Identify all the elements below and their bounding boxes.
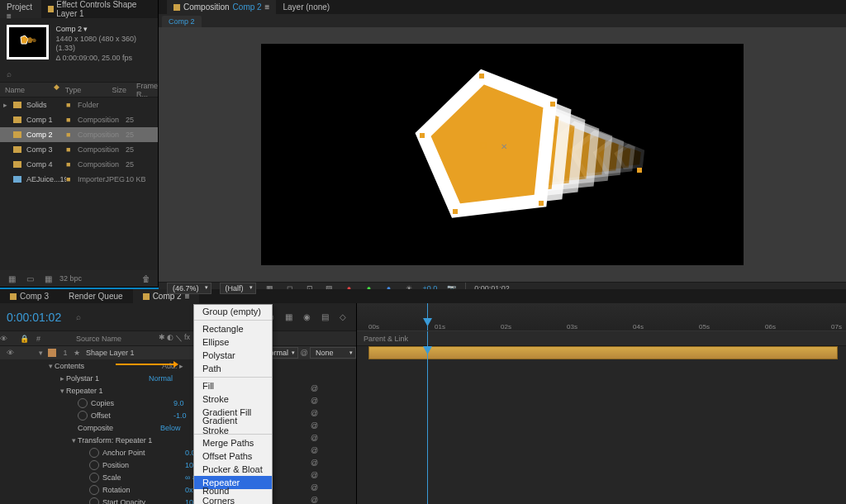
prop-polystar-1[interactable]: ▸Polystar 1Normal [0,372,356,384]
project-item-comp-4[interactable]: Comp 4■Composition25 [0,157,158,172]
col-source-name[interactable]: Source Name [59,335,159,343]
prop-start-opacity[interactable]: Start Opacity100.0% [0,496,356,504]
ruler-tick: 02s [501,323,511,330]
prop-value[interactable]: Below [160,424,181,432]
svg-rect-14 [453,209,458,214]
timecode[interactable]: 0:00:01:02 [7,311,61,324]
tab-project[interactable]: Project ≡ [0,0,41,18]
prop-transform--repeater-1[interactable]: ▾Transform: Repeater 1 [0,434,356,446]
stopwatch-icon[interactable] [89,460,99,470]
tag-icon[interactable]: ◇ [336,311,349,324]
layer-name[interactable]: Shape Layer 1 [83,349,209,357]
expression-link-icon[interactable]: @ [311,421,318,430]
project-footer: ▦ ▭ ▦ 32 bpc 🗑 [0,270,158,287]
prop-anchor-point[interactable]: Anchor Point0.0,0.0 [0,446,356,459]
expression-link-icon[interactable]: @ [311,496,318,504]
col-name[interactable]: Name [0,83,54,97]
menu-pucker---bloat[interactable]: Pucker & Bloat [194,463,272,476]
project-item-comp-3[interactable]: Comp 3■Composition25 [0,142,158,157]
graph-editor-icon[interactable]: ▤ [318,311,331,324]
expression-link-icon[interactable]: @ [311,446,318,454]
expression-link-icon[interactable]: @ [311,384,318,392]
col-type[interactable]: Type [65,83,112,97]
trash-icon[interactable]: 🗑 [140,272,153,285]
menu-rectangle[interactable]: Rectangle [194,322,272,335]
tab-render-queue[interactable]: Render Queue [59,289,133,303]
stopwatch-icon[interactable] [78,398,88,408]
ruler-tick: 06s [765,323,776,330]
parent-select[interactable]: None [310,347,356,359]
project-item-aejuice---19-jpeg[interactable]: AEJuice...19.jpeg■ImporterJPEG10 KB [0,172,158,187]
time-ruler[interactable]: 00s01s02s03s04s05s06s07s [357,303,846,331]
prop-value[interactable]: -1.0 [173,411,187,420]
prop-repeater-1[interactable]: ▾Repeater 1 [0,384,356,397]
canvas[interactable]: ✕ [261,44,744,265]
col-framerate[interactable]: Frame R... [136,83,158,97]
expression-link-icon[interactable]: @ [311,409,318,417]
menu-polystar[interactable]: Polystar [194,349,272,362]
layer-color-tag[interactable] [48,349,56,357]
menu-path[interactable]: Path [194,362,272,375]
layer-row-shape1[interactable]: 👁 ▾ 1 ★ Shape Layer 1 ▢ ▢ ／ Normal @ Non… [0,346,356,359]
col-size[interactable]: Size [112,83,136,97]
prop-composite[interactable]: CompositeBelow [0,421,356,434]
timeline-search-icon[interactable]: ⌕ [76,312,81,321]
tab-layer[interactable]: Layer (none) [276,0,336,14]
svg-marker-0 [21,36,28,44]
project-search[interactable]: ⌕ [0,66,158,83]
expression-link-icon[interactable]: @ [311,397,318,405]
menu-ellipse[interactable]: Ellipse [194,335,272,349]
svg-marker-20 [173,361,178,368]
project-item-comp-2[interactable]: Comp 2■Composition25 [0,127,158,142]
stopwatch-icon[interactable] [78,411,88,421]
frame-blend-icon[interactable]: ▦ [282,311,295,324]
comp-breadcrumb[interactable]: Comp 2 [162,16,202,27]
prop-position[interactable]: Position100.0,0.0 [0,459,356,471]
thumbnail-info: Comp 2 ▾ 1440 x 1080 (480 x 360) (1.33) … [55,25,151,59]
layer-bar[interactable] [368,346,838,359]
zoom-select[interactable]: (46.7%) [167,283,212,294]
svg-rect-15 [420,133,425,138]
stopwatch-icon[interactable] [89,448,99,458]
menu-group--empty-[interactable]: Group (empty) [194,305,272,318]
stopwatch-icon[interactable] [89,473,99,483]
prop-rotation[interactable]: Rotation0x+3.0° [0,483,356,496]
composition-viewer[interactable]: ✕ [159,27,846,282]
menu-offset-paths[interactable]: Offset Paths [194,449,272,463]
parent-link-icon[interactable]: @ [298,349,310,357]
new-comp-icon[interactable]: ▦ [41,272,55,285]
menu-stroke[interactable]: Stroke [194,392,272,406]
prop-offset[interactable]: Offset-1.0 [0,409,356,421]
prop-value[interactable]: 9.0 [173,399,184,407]
tab-composition[interactable]: Composition Comp 2 ≡ [167,0,276,14]
stopwatch-icon[interactable] [89,497,99,505]
motion-blur-icon[interactable]: ◉ [300,311,313,324]
menu-gradient-stroke[interactable]: Gradient Stroke [194,419,272,432]
prop-copies[interactable]: Copies9.0 [0,397,356,409]
expression-link-icon[interactable]: @ [311,459,318,467]
new-folder-icon[interactable]: ▭ [23,272,36,285]
composition-panel: Composition Comp 2 ≡ Layer (none) Comp 2 [159,0,846,287]
stopwatch-icon[interactable] [89,485,99,495]
tab-comp3[interactable]: Comp 3 [0,289,59,303]
layer-number: 1 [59,349,71,357]
expression-link-icon[interactable]: @ [311,434,318,442]
track-area[interactable]: @@@@@@@@@@ [357,346,846,504]
visibility-icon[interactable]: 👁 [0,349,20,357]
menu-fill[interactable]: Fill [194,379,272,392]
resolution-select[interactable]: (Half) [220,283,256,294]
project-item-comp-1[interactable]: Comp 1■Composition25 [0,112,158,127]
project-item-solids[interactable]: ▸Solids■Folder [0,97,158,112]
prop-value[interactable]: Normal [149,374,173,383]
playhead[interactable] [427,303,428,330]
composition-thumbnail[interactable] [7,25,49,59]
expression-link-icon[interactable]: @ [311,483,318,492]
menu-round-corners[interactable]: Round Corners [194,489,272,502]
ruler-tick: 07s [831,323,842,330]
bpc-label[interactable]: 32 bpc [59,274,82,283]
interpret-icon[interactable]: ▦ [5,272,18,285]
prop-scale[interactable]: Scale∞ 83.0,83.0% [0,471,356,483]
menu-merge-paths[interactable]: Merge Paths [194,436,272,449]
expression-link-icon[interactable]: @ [311,471,318,479]
tab-effect-controls[interactable]: Effect Controls Shape Layer 1 [41,0,158,18]
